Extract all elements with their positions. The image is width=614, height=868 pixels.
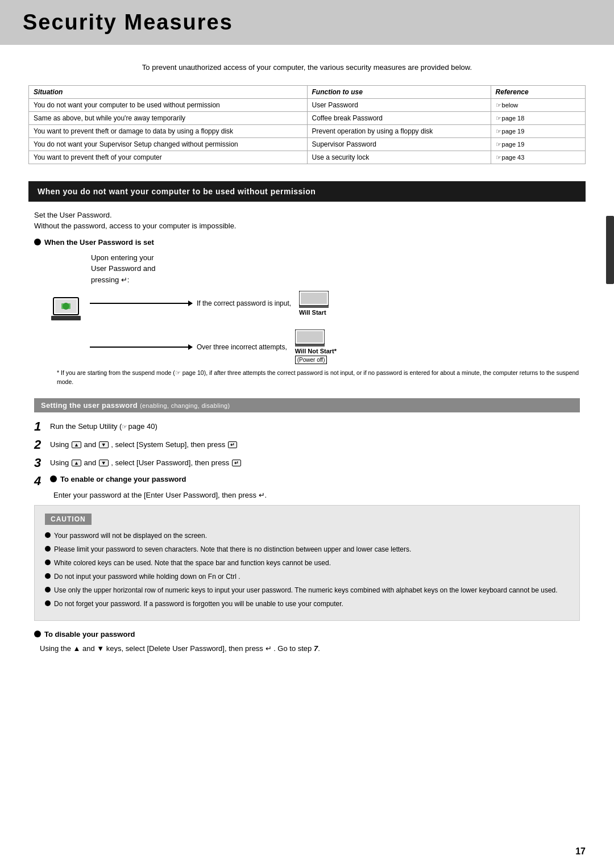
svg-rect-6	[301, 293, 327, 304]
page-ref: below	[496, 102, 518, 108]
table-header-reference: Reference	[491, 85, 585, 98]
table-cell-function: Coffee break Password	[307, 111, 491, 124]
page-ref: page 19	[496, 141, 525, 148]
caution-item-5: Use only the upper horizontal row of num…	[45, 585, 569, 595]
will-not-start-label: Will Not Start*	[295, 348, 337, 354]
caution-bullet-icon	[45, 600, 51, 606]
pgdn-key-disable: ▼	[97, 644, 104, 653]
caution-text-1: Your password will not be displayed on t…	[54, 531, 207, 541]
bullet-icon-disable	[34, 631, 41, 637]
step-3: 3 Using ▲ and ▼ , select [User Password]…	[34, 457, 580, 469]
table-cell-function: Use a security lock	[307, 151, 491, 164]
table-cell-reference: page 19	[491, 137, 585, 151]
caution-item-6: Do not forget your password. If a passwo…	[45, 599, 569, 609]
step-2: 2 Using ▲ and ▼ , select [System Setup],…	[34, 439, 580, 451]
caution-text-4: Do not input your password while holding…	[54, 571, 240, 582]
disable-body: Using the ▲ and ▼ keys, select [Delete U…	[40, 643, 580, 655]
step-4-body: Enter your password at the [Enter User P…	[53, 491, 580, 499]
pgdn-key-3: ▼	[99, 460, 109, 466]
svg-rect-10	[295, 344, 325, 347]
table-cell-situation: You do not want your computer to be used…	[29, 98, 308, 111]
caution-text-2: Please limit your password to seven char…	[54, 544, 411, 554]
svg-rect-9	[297, 331, 323, 343]
bullet-icon	[34, 239, 41, 245]
fn-key: Fn	[208, 573, 216, 581]
step-1: 1 Run the Setup Utility (page 40)	[34, 420, 580, 433]
power-off-label: (Power off)	[295, 356, 327, 364]
caution-item-3: White colored keys can be used. Note tha…	[45, 558, 569, 568]
table-cell-reference: page 43	[491, 151, 585, 164]
caution-text-3: White colored keys can be used. Note tha…	[54, 558, 331, 568]
step-1-ref: page 40	[122, 422, 155, 431]
caution-box: CAUTION Your password will not be displa…	[34, 505, 580, 621]
intro-paragraph: To prevent unauthorized access of your c…	[28, 62, 586, 74]
caution-text-6: Do not forget your password. If a passwo…	[54, 599, 343, 609]
security-table: Situation Function to use Reference You …	[28, 85, 586, 164]
table-cell-situation: You want to prevent theft or damage to d…	[29, 124, 308, 137]
disable-bullet-header: To disable your password	[34, 630, 580, 639]
page-container: Security Measures To prevent unauthorize…	[0, 0, 614, 868]
ctrl-key: Ctrl	[226, 573, 237, 581]
setting-header-main: Setting the user password	[41, 401, 138, 410]
caution-header: CAUTION	[45, 514, 92, 525]
scrollbar-indicator[interactable]	[606, 216, 614, 284]
table-cell-function: User Password	[307, 98, 491, 111]
step-4-header: 4 To enable or change your password	[34, 475, 580, 487]
caution-bullet-icon	[45, 532, 51, 538]
svg-rect-7	[299, 306, 329, 308]
when-password-label: When the User Password is set	[44, 238, 154, 247]
table-header-function: Function to use	[307, 85, 491, 98]
flow-diagram: Upon entering your User Password and pre…	[51, 252, 580, 387]
table-cell-reference: below	[491, 98, 585, 111]
caution-text-5: Use only the upper horizontal row of num…	[54, 585, 558, 595]
laptop-icon	[51, 297, 81, 322]
enter-key-2: ↵	[228, 441, 237, 448]
pgup-key-disable: ▲	[73, 644, 81, 653]
page-title: Security Measures	[23, 10, 591, 35]
bullet-icon-4	[50, 475, 57, 482]
table-cell-function: Prevent operation by using a floppy disk	[307, 124, 491, 137]
caution-bullet-icon	[45, 546, 51, 552]
table-row: You want to prevent theft of your comput…	[29, 151, 586, 164]
table-header-situation: Situation	[29, 85, 308, 98]
intro-text: To prevent unauthorized access of your c…	[28, 62, 586, 74]
step-3-content: Using ▲ and ▼ , select [User Password], …	[50, 457, 580, 467]
correct-label: If the correct password is input,	[197, 299, 291, 307]
table-cell-situation: You want to prevent theft of your comput…	[29, 151, 308, 164]
pgup-key-3: ▲	[72, 460, 81, 466]
step-4-number: 4	[34, 475, 45, 487]
caution-item-1: Your password will not be displayed on t…	[45, 531, 569, 541]
caution-item-2: Please limit your password to seven char…	[45, 544, 569, 554]
table-row: You do not want your computer to be used…	[29, 98, 586, 111]
page-ref: page 43	[496, 154, 525, 161]
title-bar: Security Measures	[0, 0, 614, 45]
flow-enter-line1: Upon entering your	[91, 253, 154, 262]
enter-key-4: ↵	[259, 491, 265, 499]
enter-key: ↵	[121, 276, 127, 284]
table-cell-reference: page 19	[491, 124, 585, 137]
setting-header: Setting the user password (enabling, cha…	[34, 398, 580, 412]
section-body: Set the User Password. Without the passw…	[28, 211, 586, 655]
step-2-number: 2	[34, 439, 45, 451]
step-3-number: 3	[34, 457, 45, 469]
table-cell-situation: You do not want your Supervisor Setup ch…	[29, 137, 308, 151]
asterisk-note: * If you are starting from the suspend m…	[57, 369, 580, 387]
section-intro-line1: Set the User Password.	[34, 211, 580, 219]
flow-enter-pressing: pressing ↵:	[91, 276, 129, 284]
page-ref: page 19	[496, 128, 525, 135]
table-cell-situation: Same as above, but while you're away tem…	[29, 111, 308, 124]
table-row: You want to prevent theft or damage to d…	[29, 124, 586, 137]
setting-header-sub: (enabling, changing, disabling)	[140, 402, 230, 409]
table-row: Same as above, but while you're away tem…	[29, 111, 586, 124]
table-row: You do not want your Supervisor Setup ch…	[29, 137, 586, 151]
enter-key-3: ↵	[232, 460, 241, 466]
disable-label: To disable your password	[44, 630, 135, 639]
enter-key-disable: ↵	[265, 644, 272, 653]
caution-bullet-icon	[45, 560, 51, 565]
will-not-start-icon	[295, 329, 325, 347]
main-content: To prevent unauthorized access of your c…	[0, 62, 614, 689]
step-1-content: Run the Setup Utility (page 40)	[50, 420, 580, 431]
section-intro-line2: Without the password, access to your com…	[34, 222, 580, 230]
page-ref: page 18	[496, 115, 525, 122]
step-4-bullet-header: To enable or change your password	[50, 475, 186, 483]
